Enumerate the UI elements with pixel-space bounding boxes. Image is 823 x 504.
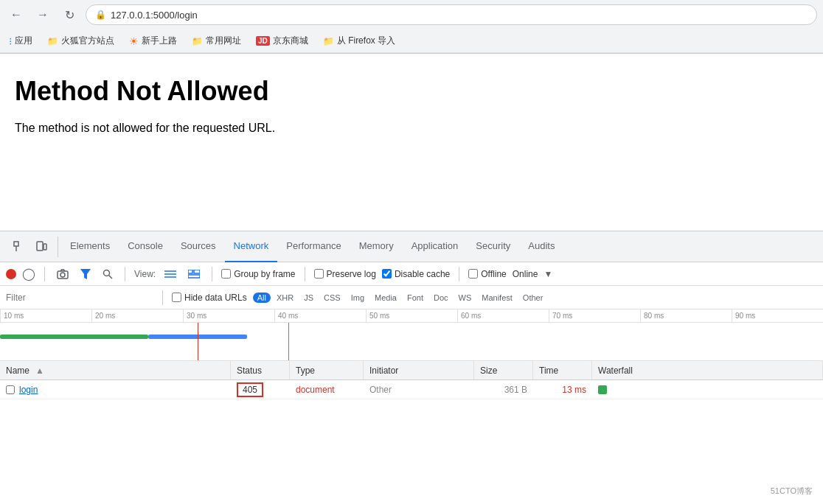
list-view-button[interactable]: [162, 268, 179, 280]
separator: [162, 290, 163, 305]
filter-doc-button[interactable]: Doc: [429, 293, 453, 303]
tick-10ms: 10 ms: [0, 309, 91, 322]
inspect-element-button[interactable]: [9, 237, 29, 257]
tab-elements[interactable]: Elements: [61, 231, 119, 262]
svg-point-7: [104, 270, 110, 276]
group-by-frame-checkbox[interactable]: Group by frame: [221, 269, 295, 279]
waterfall-indicator: [598, 385, 607, 394]
th-initiator: Initiator: [364, 361, 474, 379]
address-bar[interactable]: 🔒 127.0.0.1:5000/login: [86, 4, 817, 25]
clear-button[interactable]: ◯: [22, 267, 35, 281]
th-waterfall: Waterfall: [592, 361, 823, 379]
svg-rect-2: [37, 242, 43, 251]
group-view-button[interactable]: [185, 268, 203, 280]
bookmark-jd[interactable]: JD 京东商城: [253, 33, 311, 49]
camera-button[interactable]: [54, 267, 72, 281]
filter-font-button[interactable]: Font: [403, 293, 428, 303]
bookmark-newbie[interactable]: ☀ 新手上路: [126, 33, 180, 49]
th-type: Type: [290, 361, 364, 379]
svg-rect-3: [44, 244, 46, 250]
tick-20ms: 20 ms: [91, 309, 183, 322]
tick-50ms: 50 ms: [366, 309, 457, 322]
filter-bar: Hide data URLs All XHR JS CSS Img Media …: [0, 286, 823, 309]
tick-60ms: 60 ms: [457, 309, 549, 322]
svg-rect-12: [188, 270, 192, 273]
bookmark-firefox-site[interactable]: 📁 火狐官方站点: [44, 33, 117, 49]
th-name: Name ▲: [0, 361, 231, 379]
filter-input[interactable]: [6, 293, 153, 303]
disable-cache-checkbox[interactable]: Disable cache: [382, 269, 450, 279]
bookmark-label: 新手上路: [142, 35, 177, 47]
filter-js-button[interactable]: JS: [299, 293, 318, 303]
filter-img-button[interactable]: Img: [347, 293, 369, 303]
filter-other-button[interactable]: Other: [518, 293, 548, 303]
separator: [212, 267, 212, 281]
timeline-ruler: 10 ms 20 ms 30 ms 40 ms 50 ms 60 ms 70 m…: [0, 309, 823, 323]
bookmark-common-urls[interactable]: 📁 常用网址: [189, 33, 244, 49]
timeline-content: [0, 323, 823, 361]
network-toolbar: ◯ View:: [0, 262, 823, 286]
table-row[interactable]: login 405 document Other 361 B 13 ms: [0, 380, 823, 399]
url-text: 127.0.0.1:5000/login: [111, 10, 198, 21]
search-button[interactable]: [100, 267, 116, 281]
offline-checkbox[interactable]: Offline: [468, 269, 506, 279]
tab-memory[interactable]: Memory: [350, 231, 403, 262]
tab-sources[interactable]: Sources: [172, 231, 225, 262]
svg-line-8: [109, 275, 113, 279]
th-size: Size: [474, 361, 533, 379]
th-status: Status: [231, 361, 290, 379]
svg-point-5: [60, 273, 65, 277]
svg-rect-13: [194, 270, 200, 273]
filter-manifest-button[interactable]: Manifest: [477, 293, 517, 303]
view-label: View:: [134, 269, 156, 279]
td-initiator: Other: [364, 380, 474, 399]
separator: [125, 267, 125, 281]
filter-types: All XHR JS CSS Img Media Font Doc WS Man…: [253, 293, 548, 303]
separator: [305, 267, 305, 281]
tab-security[interactable]: Security: [467, 231, 519, 262]
online-label: Online: [513, 269, 538, 279]
filter-all-button[interactable]: All: [253, 293, 271, 303]
page-content: Method Not Allowed The method is not all…: [0, 54, 823, 231]
th-time: Time: [533, 361, 592, 379]
hide-data-urls-checkbox[interactable]: Hide data URLs: [172, 293, 247, 303]
back-button[interactable]: ←: [6, 4, 27, 25]
folder-icon: 📁: [192, 36, 203, 46]
svg-rect-14: [188, 275, 200, 278]
device-toolbar-button[interactable]: [31, 237, 52, 257]
bookmarks-bar: ⁝ 应用 📁 火狐官方站点 ☀ 新手上路 📁 常用网址 JD 京东商城 📁 从 …: [0, 29, 823, 53]
bookmark-label: 火狐官方站点: [61, 35, 114, 47]
filter-ws-button[interactable]: WS: [454, 293, 476, 303]
svg-rect-0: [14, 242, 18, 246]
tab-audits[interactable]: Audits: [519, 231, 563, 262]
wf-line-blue: [288, 323, 289, 361]
dropdown-arrow[interactable]: ▼: [544, 269, 552, 279]
filter-media-button[interactable]: Media: [370, 293, 401, 303]
wf-line-red: [198, 323, 198, 361]
row-checkbox[interactable]: [6, 385, 15, 394]
jd-icon: JD: [256, 36, 270, 46]
filter-button[interactable]: [77, 267, 94, 281]
td-time: 13 ms: [533, 380, 592, 399]
separator: [459, 267, 459, 281]
error-description: The method is not allowed for the reques…: [15, 122, 808, 135]
reload-button[interactable]: ↻: [59, 4, 80, 25]
watermark: 51CTO博客: [766, 484, 817, 498]
filter-css-button[interactable]: CSS: [319, 293, 345, 303]
bookmark-label: 从 Firefox 导入: [337, 35, 395, 47]
filter-xhr-button[interactable]: XHR: [272, 293, 298, 303]
forward-button[interactable]: →: [32, 4, 53, 25]
bookmark-import[interactable]: 📁 从 Firefox 导入: [320, 33, 398, 49]
tick-90ms: 90 ms: [732, 309, 823, 322]
bookmark-apps[interactable]: ⁝ 应用: [6, 33, 35, 49]
bookmark-label: 常用网址: [206, 35, 241, 47]
record-button[interactable]: [6, 269, 16, 279]
tab-application[interactable]: Application: [403, 231, 468, 262]
td-waterfall: [592, 380, 823, 399]
tab-network[interactable]: Network: [225, 231, 278, 262]
devtools-panel: Elements Console Sources Network Perform…: [0, 231, 823, 504]
preserve-log-checkbox[interactable]: Preserve log: [314, 269, 376, 279]
tab-performance[interactable]: Performance: [277, 231, 350, 262]
tab-console[interactable]: Console: [119, 231, 172, 262]
td-name[interactable]: login: [0, 380, 231, 399]
